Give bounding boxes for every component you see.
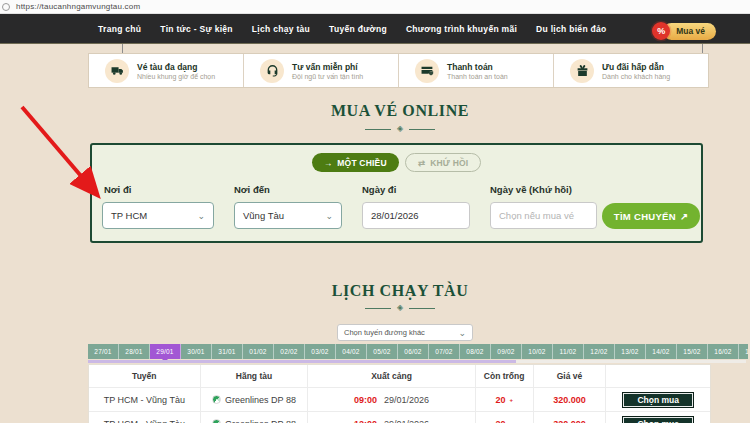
diamond-ornament-icon: ◈: [397, 304, 403, 312]
date-cell[interactable]: 07/02: [429, 344, 460, 359]
from-select[interactable]: TP HCM ⌄: [102, 202, 214, 229]
arrow-right-icon: →: [324, 158, 333, 168]
chevron-down-icon: ⌄: [325, 213, 333, 219]
date-cell[interactable]: 15/02: [677, 344, 708, 359]
feature-subtitle: Dành cho khách hàng: [602, 73, 670, 80]
feature-support: Tư vấn miễn phí Đội ngũ tư vấn tận tình: [244, 54, 399, 87]
row-route: TP HCM - Vũng Tàu: [89, 388, 201, 411]
main-navbar: Trang chủ Tin tức - Sự kiện Lịch chạy tà…: [0, 14, 750, 44]
row-route: TP HCM - Vũng Tàu: [89, 412, 201, 423]
row-price: 320.000: [534, 412, 607, 423]
date-cell[interactable]: 11/02: [553, 344, 584, 359]
gift-icon: [570, 59, 594, 83]
nav-item-home[interactable]: Trang chủ: [98, 24, 141, 34]
diamond-ornament-icon: ◈: [397, 125, 403, 133]
date-cell[interactable]: 17/02: [739, 344, 748, 359]
date-cell[interactable]: 01/02: [243, 344, 274, 359]
header-price: Giá vé: [534, 365, 607, 387]
date-cell[interactable]: 06/02: [398, 344, 429, 359]
buy-online-title: MUA VÉ ONLINE: [88, 102, 712, 120]
date-cell[interactable]: 12/02: [584, 344, 615, 359]
schedule-title: LỊCH CHẠY TÀU: [88, 282, 712, 300]
row-departure: 12:00 29/01/2026: [308, 412, 475, 423]
ornament-divider: ◈: [88, 304, 712, 312]
date-cell[interactable]: 13/02: [615, 344, 646, 359]
buy-button[interactable]: Chọn mua: [622, 416, 694, 423]
features-strip: Vé tàu đa dạng Nhiều khung giờ để chọn T…: [88, 53, 709, 88]
feature-title: Ưu đãi hấp dẫn: [602, 62, 670, 72]
date-cell[interactable]: 31/01: [212, 344, 243, 359]
schedule-table: Tuyến Hãng tàu Xuất cảng Còn trống Giá v…: [88, 364, 711, 423]
ornament-divider: ◈: [88, 125, 712, 133]
to-label: Nơi đến: [234, 184, 270, 195]
return-date-input[interactable]: Chọn nếu mua vé: [490, 202, 597, 229]
buy-ticket-cta-label: Mua vé: [676, 26, 705, 36]
row-action: Chọn mua: [606, 388, 710, 411]
chevron-down-icon: ⌄: [197, 213, 205, 219]
row-action: Chọn mua: [606, 412, 710, 423]
swap-icon: ⇄: [418, 158, 425, 168]
header-departure: Xuất cảng: [308, 365, 475, 387]
one-way-tab[interactable]: → MỘT CHIỀU: [312, 153, 399, 172]
date-cell[interactable]: 03/02: [305, 344, 336, 359]
date-strip: 27/0128/0129/0130/0131/0101/0202/0203/02…: [88, 344, 748, 359]
to-select[interactable]: Vũng Tàu ⌄: [234, 202, 342, 229]
scrollbar-thumb[interactable]: [88, 360, 516, 363]
date-cell[interactable]: 14/02: [646, 344, 677, 359]
greenlines-logo-icon: [212, 395, 221, 404]
nav-item-schedule[interactable]: Lịch chạy tàu: [252, 24, 310, 34]
nav-item-island-travel[interactable]: Du lịch biển đảo: [536, 24, 606, 34]
date-cell[interactable]: 08/02: [460, 344, 491, 359]
date-cell[interactable]: 16/02: [708, 344, 739, 359]
return-date-label: Ngày về (Khứ hồi): [490, 184, 572, 195]
date-cell[interactable]: 04/02: [336, 344, 367, 359]
table-row: TP HCM - Vũng Tàu Greenlines DP 88 12:00…: [89, 412, 710, 423]
date-cell[interactable]: 10/02: [522, 344, 553, 359]
header-action: [606, 365, 710, 387]
date-strip-scrollbar[interactable]: [88, 360, 746, 363]
feature-title: Tư vấn miễn phí: [292, 62, 363, 72]
date-cell[interactable]: 02/02: [274, 344, 305, 359]
buy-button[interactable]: Chọn mua: [622, 392, 694, 408]
from-label: Nơi đi: [104, 184, 131, 195]
date-cell[interactable]: 30/01: [181, 344, 212, 359]
date-cell[interactable]: 29/01: [150, 344, 181, 359]
greenlines-logo-icon: [212, 419, 221, 423]
percent-badge-icon: %: [652, 22, 670, 40]
row-operator: Greenlines DP 88: [201, 412, 309, 423]
round-trip-tab[interactable]: ⇄ KHỨ HỒI: [405, 153, 482, 172]
table-header-row: Tuyến Hãng tàu Xuất cảng Còn trống Giá v…: [89, 365, 710, 388]
row-seats: 20+: [476, 412, 534, 423]
date-cell[interactable]: 05/02: [367, 344, 398, 359]
table-row: TP HCM - Vũng Tàu Greenlines DP 88 09:00…: [89, 388, 710, 412]
chevron-down-icon: ⌄: [458, 330, 466, 336]
header-operator: Hãng tàu: [201, 365, 309, 387]
feature-payment: Thanh toán Thanh toán an toàn: [399, 54, 554, 87]
header-route: Tuyến: [89, 365, 201, 387]
feature-tickets: Vé tàu đa dạng Nhiều khung giờ để chọn: [89, 54, 244, 87]
nav-item-routes[interactable]: Tuyến đường: [329, 24, 387, 34]
depart-date-label: Ngày đi: [362, 184, 396, 195]
feature-title: Thanh toán: [447, 62, 508, 72]
feature-subtitle: Thanh toán an toàn: [447, 73, 508, 80]
search-trips-button[interactable]: TÌM CHUYẾN ↗: [602, 203, 700, 229]
nav-item-news[interactable]: Tin tức - Sự kiện: [160, 24, 233, 34]
feature-subtitle: Nhiều khung giờ để chọn: [137, 73, 215, 80]
headset-icon: [260, 59, 284, 83]
header-seats: Còn trống: [476, 365, 534, 387]
browser-url-bar[interactable]: https://taucanhngamvungtau.com: [0, 0, 750, 14]
feature-promo: Ưu đãi hấp dẫn Dành cho khách hàng: [554, 54, 708, 87]
date-cell[interactable]: 09/02: [491, 344, 522, 359]
row-price: 320.000: [534, 388, 607, 411]
date-cell[interactable]: 27/01: [88, 344, 119, 359]
date-cell[interactable]: 28/01: [119, 344, 150, 359]
row-seats: 20+: [476, 388, 534, 411]
buy-ticket-cta-button[interactable]: % Mua vé: [663, 23, 716, 40]
feature-subtitle: Đội ngũ tư vấn tận tình: [292, 73, 363, 80]
row-operator: Greenlines DP 88: [201, 388, 309, 411]
route-select[interactable]: Chọn tuyến đường khác ⌄: [337, 324, 473, 341]
url-text[interactable]: https://taucanhngamvungtau.com: [16, 2, 140, 11]
depart-date-input[interactable]: 28/01/2026: [362, 202, 470, 229]
nav-item-promotions[interactable]: Chương trình khuyến mãi: [406, 24, 517, 34]
browser-icon: [2, 3, 10, 11]
